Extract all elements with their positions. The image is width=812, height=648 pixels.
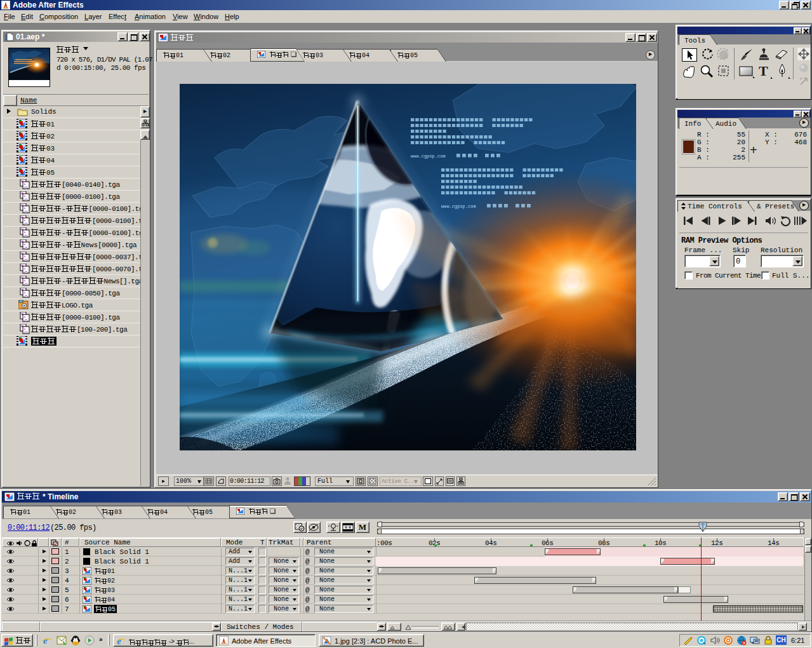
svg-text:T: T bbox=[759, 64, 768, 79]
svg-text:www.cgpop.com: www.cgpop.com bbox=[411, 154, 446, 159]
svg-text:www.cgpop.com: www.cgpop.com bbox=[441, 204, 476, 209]
